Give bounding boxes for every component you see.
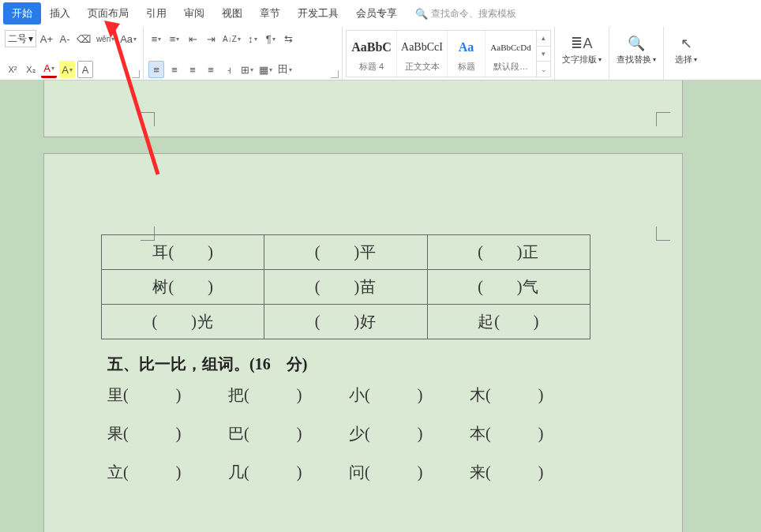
chevron-down-icon: ▾ [28, 33, 33, 44]
clear-format-button[interactable]: ⌫ [75, 30, 92, 47]
increase-font-button[interactable]: A+ [39, 30, 54, 47]
subscript-button[interactable]: X₂ [23, 61, 39, 78]
grid-cell[interactable]: 少( ) [349, 423, 470, 444]
grid-cell[interactable]: 巴( ) [228, 423, 349, 444]
reveal-formatting-button[interactable]: ¶▾ [263, 30, 279, 47]
table-cell[interactable]: ( )好 [264, 305, 427, 339]
table-cell[interactable]: ( )正 [427, 235, 590, 270]
style-title[interactable]: Aa 标题 [448, 31, 485, 77]
tabs-button[interactable]: ⊞▾ [239, 61, 255, 78]
exercise-grid-5: 里( ) 把( ) 小( ) 木( ) 果( ) 巴( ) 少( ) 本( ) … [101, 384, 590, 483]
bullet-list-button[interactable]: ≡▾ [148, 30, 164, 47]
cursor-icon: ↖ [680, 33, 692, 54]
table-cell[interactable]: 起( ) [427, 305, 590, 339]
text-layout-button[interactable]: ≣A 文字排版▾ [560, 30, 604, 69]
find-replace-button[interactable]: 🔍 查找替换▾ [614, 30, 658, 69]
grid-cell[interactable]: 问( ) [349, 462, 470, 483]
style-gallery: AaBbC 标题 4 AaBbCcI 正文文本 Aa 标题 AaBbCcDd 默… [346, 30, 537, 77]
font-dialog-launcher[interactable] [132, 70, 140, 78]
superscript-button[interactable]: X² [5, 61, 21, 78]
align-left-button[interactable]: ≡ [148, 61, 164, 78]
grid-cell[interactable]: 果( ) [107, 423, 228, 444]
font-size-combo[interactable]: 二号▾ [5, 30, 36, 47]
outdent-button[interactable]: ⇤ [185, 30, 201, 47]
char-shading-button[interactable]: A [77, 61, 93, 78]
table-row: 耳( ) ( )平 ( )正 [102, 235, 590, 270]
number-list-button[interactable]: ≡▾ [167, 30, 182, 47]
menu-member[interactable]: 会员专享 [347, 2, 406, 24]
table-cell[interactable]: ( )苗 [264, 270, 427, 305]
ribbon-select-group: ↖ 选择▾ [664, 27, 708, 80]
grid-cell[interactable]: 小( ) [349, 384, 470, 406]
menu-dev-tools[interactable]: 开发工具 [289, 2, 347, 24]
search-placeholder: 查找命令、搜索模板 [431, 7, 516, 21]
menu-page-layout[interactable]: 页面布局 [79, 2, 137, 24]
style-gallery-scroller: ▴ ▾ ⌄ [537, 30, 551, 77]
ribbon-font-group: 二号▾ A+ A- ⌫ wěn▾ Aa▾ X² X₂ A▾ A▾ A [0, 27, 144, 80]
font-color-button[interactable]: A▾ [41, 61, 57, 78]
indent-button[interactable]: ⇥ [203, 30, 219, 47]
style-body-text[interactable]: AaBbCcI 正文文本 [397, 31, 448, 77]
menu-view[interactable]: 视图 [213, 2, 251, 24]
style-heading4[interactable]: AaBbC 标题 4 [347, 31, 397, 77]
ribbon: 二号▾ A+ A- ⌫ wěn▾ Aa▾ X² X₂ A▾ A▾ A ≡▾ ≡▾… [0, 27, 761, 81]
phonetic-button[interactable]: wěn▾ [95, 30, 116, 47]
page-previous[interactable] [43, 81, 683, 137]
ribbon-find-group: 🔍 查找替换▾ [609, 27, 664, 80]
style-scroll-up[interactable]: ▴ [537, 31, 550, 47]
highlight-button[interactable]: A▾ [59, 61, 75, 78]
shading-button[interactable]: ▦▾ [257, 61, 274, 78]
table-cell[interactable]: ( )气 [427, 270, 590, 305]
grid-cell[interactable]: 里( ) [107, 384, 228, 406]
grid-cell[interactable]: 立( ) [107, 462, 228, 483]
justify-button[interactable]: ≡ [203, 61, 219, 78]
text-layout-icon: ≣A [571, 33, 592, 54]
ribbon-text-layout-group: ≣A 文字排版▾ [555, 27, 609, 80]
paragraph-dialog-launcher[interactable] [331, 70, 339, 78]
table-cell[interactable]: ( )平 [264, 235, 427, 270]
menu-references[interactable]: 引用 [137, 2, 175, 24]
grid-cell[interactable]: 把( ) [228, 384, 349, 406]
table-cell[interactable]: 耳( ) [102, 235, 264, 270]
exercise-table-4: 耳( ) ( )平 ( )正 树( ) ( )苗 ( )气 ( )光 ( )好 … [101, 234, 590, 339]
menu-chapter[interactable]: 章节 [251, 2, 289, 24]
table-row: ( )光 ( )好 起( ) [102, 305, 590, 339]
ribbon-paragraph-group: ≡▾ ≡▾ ⇤ ⇥ A↓Z▾ ↕▾ ¶▾ ⇆ ≡ ≡ ≡ ≡ ⫞ ⊞▾ ▦▾ 田… [144, 27, 343, 80]
menu-insert[interactable]: 插入 [41, 2, 79, 24]
grid-cell[interactable]: 几( ) [228, 462, 349, 483]
grid-cell[interactable]: 来( ) [470, 462, 590, 483]
style-scroll-down[interactable]: ▾ [537, 47, 550, 62]
document-content[interactable]: 耳( ) ( )平 ( )正 树( ) ( )苗 ( )气 ( )光 ( )好 … [101, 234, 590, 483]
section-5-title[interactable]: 五、比一比，组词。(16 分) [107, 354, 590, 375]
align-toggle-button[interactable]: ⇆ [281, 30, 297, 47]
style-expand[interactable]: ⌄ [537, 62, 550, 77]
decrease-font-button[interactable]: A- [57, 30, 73, 47]
menu-search[interactable]: 🔍 查找命令、搜索模板 [415, 7, 516, 21]
borders-button[interactable]: 田▾ [276, 61, 294, 78]
grid-cell[interactable]: 本( ) [470, 423, 590, 444]
change-case-button[interactable]: Aa▾ [118, 30, 138, 47]
menu-start[interactable]: 开始 [3, 2, 41, 24]
ribbon-styles-group: AaBbC 标题 4 AaBbCcI 正文文本 Aa 标题 AaBbCcDd 默… [343, 27, 555, 80]
menu-review[interactable]: 审阅 [175, 2, 213, 24]
sort-button[interactable]: A↓Z▾ [221, 30, 242, 47]
search-icon: 🔍 [415, 8, 428, 20]
align-right-button[interactable]: ≡ [185, 61, 201, 78]
select-button[interactable]: ↖ 选择▾ [669, 30, 703, 69]
line-spacing-button[interactable]: ↕▾ [245, 30, 261, 47]
document-workspace: 耳( ) ( )平 ( )正 树( ) ( )苗 ( )气 ( )光 ( )好 … [0, 81, 761, 532]
table-cell[interactable]: ( )光 [102, 305, 264, 339]
style-default-para[interactable]: AaBbCcDd 默认段… [485, 31, 536, 77]
grid-cell[interactable]: 木( ) [470, 384, 590, 406]
table-cell[interactable]: 树( ) [102, 270, 264, 305]
align-center-button[interactable]: ≡ [167, 61, 182, 78]
find-icon: 🔍 [628, 33, 645, 54]
menubar: 开始 插入 页面布局 引用 审阅 视图 章节 开发工具 会员专享 🔍 查找命令、… [0, 0, 761, 27]
distribute-button[interactable]: ⫞ [221, 61, 237, 78]
table-row: 树( ) ( )苗 ( )气 [102, 270, 590, 305]
